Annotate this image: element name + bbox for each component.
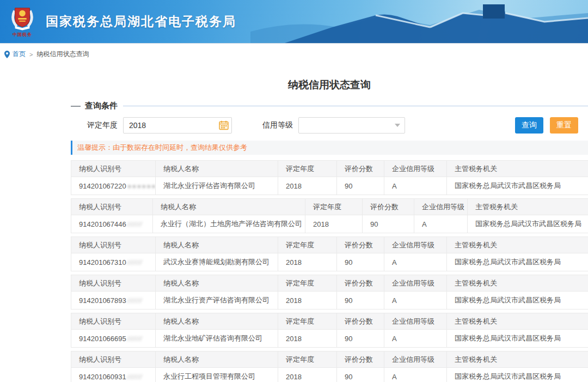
- column-header: 纳税人名称: [156, 313, 278, 330]
- taxpayer-name-cell: 武汉永业赛博能规划勘测有限公司: [156, 253, 278, 271]
- column-header: 评价分数: [337, 275, 384, 292]
- score-cell: 90: [363, 215, 414, 233]
- column-header: 评价分数: [337, 237, 384, 253]
- portal-title: 国家税务总局湖北省电子税务局: [46, 13, 236, 30]
- table-header-row: 纳税人识别号纳税人名称评定年度评价分数企业信用等级主管税务机关: [71, 199, 588, 215]
- taxpayer-name-cell: 永业行工程项目管理有限公司: [156, 368, 278, 382]
- year-label: 评定年度: [87, 120, 118, 130]
- taxpayer-id-cell: 914201067220●●●●●●: [71, 177, 156, 195]
- taxpayer-name-cell: 湖北永业地矿评估咨询有限公司: [156, 330, 278, 348]
- result-block: 纳税人识别号纳税人名称评定年度评价分数企业信用等级主管税务机关 91420106…: [71, 198, 588, 233]
- column-header: 企业信用等级: [384, 161, 447, 177]
- column-header: 纳税人名称: [156, 275, 278, 292]
- assessment-year-cell: 2018: [278, 292, 337, 310]
- column-header: 主管税务机关: [447, 275, 588, 292]
- table-row: 914201060931//////永业行工程项目管理有限公司201890A国家…: [71, 368, 588, 382]
- column-header: 主管税务机关: [447, 161, 588, 177]
- column-header: 纳税人识别号: [71, 199, 153, 215]
- section-title: 查询条件: [85, 101, 118, 111]
- credit-grade-cell: A: [384, 368, 447, 382]
- taxpayer-id-redacted: ●●●●●●: [127, 182, 156, 190]
- logo-caption: 中国税务: [7, 32, 38, 38]
- score-cell: 90: [337, 177, 384, 195]
- taxpayer-name-cell: 湖北永业行资产评估咨询有限公司: [156, 292, 278, 310]
- tax-authority-cell: 国家税务总局武汉市武昌区税务局: [447, 330, 588, 348]
- taxpayer-id-redacted: //////: [127, 335, 143, 343]
- column-header: 主管税务机关: [447, 313, 588, 330]
- reset-button[interactable]: 重置: [550, 117, 578, 134]
- legend-dash: [71, 106, 81, 107]
- table-row: 914201066695//////湖北永业地矿评估咨询有限公司201890A国…: [71, 330, 588, 348]
- taxpayer-id-redacted: //////: [127, 373, 143, 381]
- location-pin-icon: [4, 51, 10, 58]
- taxpayer-id-redacted: //////: [127, 296, 143, 305]
- tax-authority-cell: 国家税务总局武汉市武昌区税务局: [447, 368, 588, 382]
- table-header-row: 纳税人识别号纳税人名称评定年度评价分数企业信用等级主管税务机关: [71, 275, 588, 292]
- column-header: 纳税人识别号: [71, 351, 156, 368]
- column-header: 纳税人识别号: [71, 161, 156, 177]
- query-button[interactable]: 查询: [515, 117, 543, 134]
- taxpayer-id-visible: 914201067220: [79, 182, 126, 190]
- query-form: 评定年度 信用等级 查询 重置: [71, 117, 588, 134]
- tax-authority-cell: 国家税务总局武汉市武昌区税务局: [447, 253, 588, 271]
- score-cell: 90: [337, 253, 384, 271]
- breadcrumb: 首页 > 纳税信用状态查询: [0, 44, 588, 64]
- taxpayer-id-cell: 914201060931//////: [71, 368, 156, 382]
- taxpayer-id-visible: 914201067446: [79, 220, 126, 228]
- grade-select[interactable]: [298, 117, 405, 134]
- table-row: 914201067893//////湖北永业行资产评估咨询有限公司201890A…: [71, 292, 588, 310]
- column-header: 企业信用等级: [384, 313, 447, 330]
- column-header: 企业信用等级: [414, 199, 468, 215]
- column-header: 纳税人名称: [156, 237, 278, 253]
- grade-label: 信用等级: [262, 120, 293, 130]
- column-header: 纳税人识别号: [71, 237, 156, 253]
- year-input[interactable]: [123, 117, 232, 134]
- breadcrumb-current: 纳税信用状态查询: [36, 50, 89, 59]
- column-header: 评价分数: [337, 351, 384, 368]
- column-header: 纳税人识别号: [71, 275, 156, 292]
- column-header: 评价分数: [337, 161, 384, 177]
- notice-text: 温馨提示：由于数据存在时间延时，查询结果仅供参考: [72, 143, 247, 153]
- column-header: 纳税人名称: [153, 199, 305, 215]
- taxpayer-id-cell: 914201067893//////: [71, 292, 156, 310]
- legend-line: [123, 106, 588, 106]
- taxpayer-name-cell: 湖北永业行评估咨询有限公司: [156, 177, 278, 195]
- table-header-row: 纳税人识别号纳税人名称评定年度评价分数企业信用等级主管税务机关: [71, 313, 588, 330]
- column-header: 主管税务机关: [447, 237, 588, 253]
- taxpayer-id-cell: 914201066695//////: [71, 330, 156, 348]
- assessment-year-cell: 2018: [305, 215, 363, 233]
- column-header: 评价分数: [337, 313, 384, 330]
- result-block: 纳税人识别号纳税人名称评定年度评价分数企业信用等级主管税务机关 91420106…: [71, 313, 588, 348]
- credit-grade-cell: A: [384, 292, 447, 310]
- taxpayer-name-cell: 永业行（湖北）土地房地产评估咨询有限公司: [153, 215, 305, 233]
- credit-grade-cell: A: [414, 215, 468, 233]
- taxpayer-id-cell: 914201067310//////: [71, 253, 156, 271]
- table-header-row: 纳税人识别号纳税人名称评定年度评价分数企业信用等级主管税务机关: [71, 161, 588, 177]
- assessment-year-cell: 2018: [278, 177, 337, 195]
- column-header: 主管税务机关: [447, 351, 588, 368]
- breadcrumb-home-link[interactable]: 首页: [13, 50, 26, 59]
- credit-grade-cell: A: [384, 253, 447, 271]
- taxpayer-id-visible: 914201067893: [79, 296, 126, 305]
- column-header: 评定年度: [278, 275, 337, 292]
- tax-authority-cell: 国家税务总局武汉市武昌区税务局: [468, 215, 588, 233]
- main-content: 纳税信用状态查询 查询条件 评定年度 信用等级: [71, 78, 588, 382]
- assessment-year-cell: 2018: [278, 368, 337, 382]
- column-header: 评定年度: [305, 199, 363, 215]
- taxpayer-id-redacted: //////: [127, 258, 143, 266]
- notice-bar: 温馨提示：由于数据存在时间延时，查询结果仅供参考: [71, 141, 588, 155]
- taxpayer-id-visible: 914201067310: [79, 258, 126, 266]
- table-header-row: 纳税人识别号纳税人名称评定年度评价分数企业信用等级主管税务机关: [71, 351, 588, 368]
- assessment-year-cell: 2018: [278, 330, 337, 348]
- column-header: 企业信用等级: [384, 237, 447, 253]
- calendar-icon[interactable]: [219, 120, 229, 130]
- column-header: 评价分数: [363, 199, 414, 215]
- credit-grade-cell: A: [384, 330, 447, 348]
- column-header: 评定年度: [278, 161, 337, 177]
- score-cell: 90: [337, 368, 384, 382]
- taxpayer-id-visible: 914201066695: [79, 335, 126, 343]
- column-header: 评定年度: [278, 313, 337, 330]
- query-conditions-section: 查询条件: [71, 101, 588, 111]
- column-header: 纳税人名称: [156, 351, 278, 368]
- tax-bureau-logo: 中国税务: [7, 5, 38, 38]
